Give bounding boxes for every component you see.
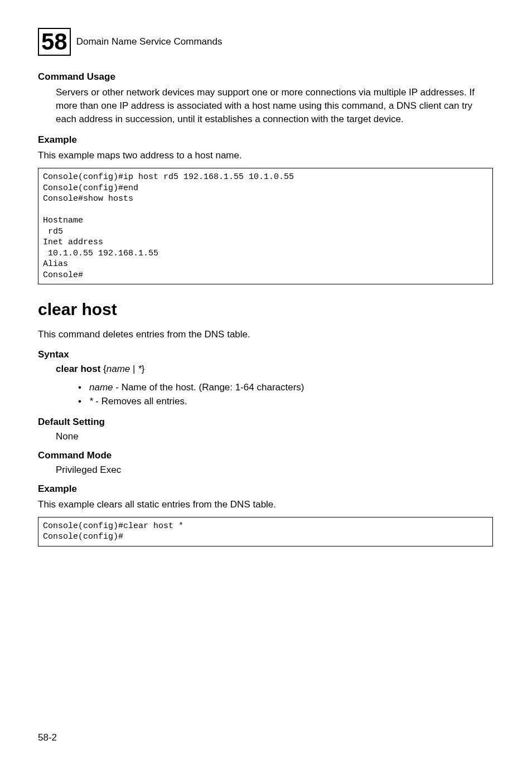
command-mode-heading: Command Mode: [38, 450, 493, 461]
syntax-brace-open: {: [100, 364, 106, 374]
syntax-bullet-list: name - Name of the host. (Range: 1-64 ch…: [78, 380, 493, 409]
syntax-heading: Syntax: [38, 349, 493, 360]
default-setting-heading: Default Setting: [38, 417, 493, 428]
bullet2-italic: *: [89, 396, 93, 407]
command-usage-text: Servers or other network devices may sup…: [56, 86, 493, 125]
example2-heading: Example: [38, 483, 493, 495]
example1-code: Console(config)#ip host rd5 192.168.1.55…: [38, 168, 493, 284]
syntax-star-italic: *: [138, 364, 142, 374]
page-number: 58-2: [38, 732, 57, 743]
default-setting-value: None: [56, 431, 493, 442]
syntax-pipe: |: [130, 364, 138, 374]
syntax-brace-close: }: [142, 364, 145, 374]
syntax-bold-part: clear host: [56, 364, 100, 374]
example2-code: Console(config)#clear host * Console(con…: [38, 517, 493, 546]
bullet1-italic: name: [89, 382, 113, 393]
command-usage-heading: Command Usage: [38, 71, 493, 83]
example2-intro: This example clears all static entries f…: [38, 498, 493, 511]
list-item: * - Removes all entries.: [78, 394, 493, 409]
header-title: Domain Name Service Commands: [76, 36, 223, 47]
clear-host-description: This command deletes entries from the DN…: [38, 328, 493, 341]
clear-host-title: clear host: [38, 300, 493, 319]
syntax-name-italic: name: [107, 364, 130, 374]
chapter-number-box: 58: [38, 28, 71, 56]
example1-intro: This example maps two address to a host …: [38, 149, 493, 162]
example1-heading: Example: [38, 134, 493, 146]
list-item: name - Name of the host. (Range: 1-64 ch…: [78, 380, 493, 395]
bullet2-rest: - Removes all entries.: [93, 396, 187, 407]
command-mode-value: Privileged Exec: [56, 465, 493, 476]
syntax-command: clear host {name | *}: [56, 364, 493, 375]
page-header: 58 Domain Name Service Commands: [38, 28, 493, 56]
bullet1-rest: - Name of the host. (Range: 1-64 charact…: [113, 382, 304, 393]
